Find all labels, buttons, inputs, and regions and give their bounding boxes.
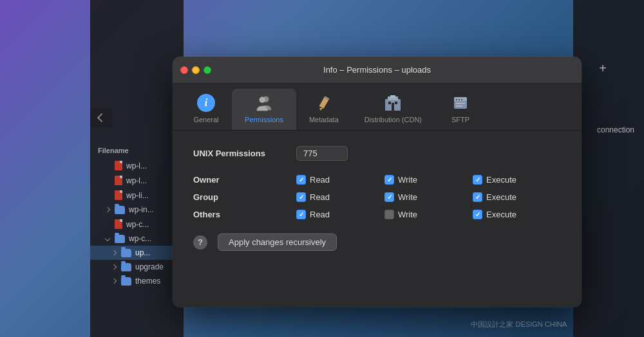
tab-sftp-label: SFTP — [451, 116, 469, 123]
execute-label-2: Execute — [486, 192, 516, 202]
info-icon: i — [197, 94, 215, 112]
tab-permissions[interactable]: Permissions — [232, 89, 296, 130]
file-icon — [115, 219, 122, 229]
execute-label-1: Execute — [486, 175, 516, 185]
list-item-uploads[interactable]: up... — [90, 246, 184, 260]
back-button-area[interactable] — [90, 108, 113, 127]
list-item-themes[interactable]: themes — [90, 274, 184, 288]
owner-write-checkbox[interactable]: ✓ — [384, 175, 394, 185]
folder-icon — [121, 249, 131, 257]
write-label-1: Write — [398, 175, 417, 185]
sidebar: Filename wp-l... wp-l... wp-li... wp-in.… — [90, 0, 184, 337]
tab-general-label: General — [193, 116, 218, 123]
group-label: Group — [193, 192, 296, 202]
chevron-right-icon — [111, 278, 117, 284]
checkmark-icon: ✓ — [387, 194, 392, 201]
tab-permissions-label: Permissions — [245, 116, 283, 123]
others-label: Others — [193, 210, 296, 219]
tab-bar: i General Permissions — [173, 84, 582, 131]
unix-permissions-label: UNIX Permissions — [193, 149, 296, 158]
chevron-right-icon — [111, 250, 117, 255]
others-read-checkbox[interactable]: ✓ — [296, 210, 306, 219]
file-icon — [115, 176, 122, 185]
tab-sftp[interactable]: SFTP — [435, 89, 486, 130]
chevron-down-icon — [105, 236, 110, 241]
list-item[interactable]: wp-li... — [90, 188, 184, 203]
owner-execute-cell[interactable]: ✓ Execute — [473, 175, 561, 185]
close-button[interactable] — [180, 66, 188, 74]
modal-window: Info – Permissions – uploads i General — [173, 57, 582, 307]
group-execute-cell[interactable]: ✓ Execute — [473, 192, 561, 202]
minimize-button[interactable] — [192, 66, 200, 74]
write-label-3: Write — [398, 210, 417, 219]
tab-metadata-label: Metadata — [309, 116, 339, 123]
tab-general[interactable]: i General — [180, 89, 232, 130]
group-read-cell[interactable]: ✓ Read — [296, 192, 384, 202]
file-icon — [115, 161, 122, 170]
titlebar: Info – Permissions – uploads — [173, 57, 582, 84]
maximize-button[interactable] — [204, 66, 211, 74]
others-execute-cell[interactable]: ✓ Execute — [473, 210, 561, 219]
svg-rect-13 — [456, 99, 457, 100]
sidebar-header: Filename — [90, 141, 184, 158]
connection-label: connection — [597, 125, 638, 134]
help-button[interactable]: ? — [193, 235, 207, 250]
svg-rect-17 — [456, 105, 462, 107]
checkmark-icon: ✓ — [387, 177, 392, 183]
owner-read-checkbox[interactable]: ✓ — [296, 175, 306, 185]
apply-changes-button[interactable]: Apply changes recursively — [218, 233, 337, 251]
checkmark-icon: ✓ — [299, 194, 304, 201]
traffic-lights[interactable] — [180, 66, 211, 74]
svg-rect-10 — [392, 103, 394, 111]
folder-icon — [115, 235, 125, 243]
tab-metadata[interactable]: Metadata — [296, 89, 352, 130]
svg-rect-16 — [456, 103, 465, 104]
read-label-3: Read — [310, 210, 330, 219]
sftp-tab-icon — [450, 93, 471, 113]
tab-distribution-label: Distribution (CDN) — [365, 116, 422, 123]
bottom-actions-row: ? Apply changes recursively — [193, 233, 561, 251]
others-read-cell[interactable]: ✓ Read — [296, 210, 384, 219]
unix-permissions-input[interactable] — [296, 146, 348, 161]
general-tab-icon: i — [196, 93, 216, 113]
others-execute-checkbox[interactable]: ✓ — [473, 210, 482, 219]
chevron-right-icon — [105, 207, 110, 212]
list-item[interactable]: wp-l... — [90, 158, 184, 173]
list-item[interactable]: wp-in... — [90, 203, 184, 217]
sftp-icon — [451, 94, 469, 112]
watermark: 中国設計之家 DESIGN CHINA — [471, 320, 567, 329]
execute-label-3: Execute — [486, 210, 516, 219]
file-icon — [115, 190, 122, 200]
group-execute-checkbox[interactable]: ✓ — [473, 192, 482, 202]
group-write-checkbox[interactable]: ✓ — [384, 192, 394, 202]
folder-icon — [121, 263, 131, 271]
list-item-upgrade[interactable]: upgrade — [90, 260, 184, 274]
permissions-tab-icon — [254, 93, 274, 113]
list-item[interactable]: wp-c... — [90, 217, 184, 232]
read-label-2: Read — [310, 192, 330, 202]
owner-read-cell[interactable]: ✓ Read — [296, 175, 384, 185]
svg-rect-7 — [390, 95, 395, 98]
list-item[interactable]: wp-l... — [90, 173, 184, 188]
others-write-cell[interactable]: ✓ Write — [384, 210, 473, 219]
owner-write-cell[interactable]: ✓ Write — [384, 175, 473, 185]
right-panel: connection — [573, 0, 644, 337]
folder-icon — [115, 206, 125, 214]
owner-label: Owner — [193, 175, 296, 185]
building-icon — [383, 94, 403, 112]
list-item[interactable]: wp-c... — [90, 232, 184, 246]
checkmark-icon: ✓ — [475, 177, 480, 183]
checkmark-icon: ✓ — [299, 212, 304, 218]
folder-icon — [121, 277, 131, 286]
add-button[interactable]: + — [599, 61, 607, 76]
others-write-checkbox[interactable]: ✓ — [384, 210, 394, 219]
group-write-cell[interactable]: ✓ Write — [384, 192, 473, 202]
group-read-checkbox[interactable]: ✓ — [296, 192, 306, 202]
people-icon — [254, 94, 274, 112]
svg-rect-9 — [395, 102, 397, 104]
svg-marker-3 — [319, 108, 323, 111]
checkmark-icon: ✓ — [475, 194, 480, 201]
owner-execute-checkbox[interactable]: ✓ — [473, 175, 482, 185]
tab-distribution[interactable]: Distribution (CDN) — [352, 89, 435, 130]
read-label-1: Read — [310, 175, 330, 185]
